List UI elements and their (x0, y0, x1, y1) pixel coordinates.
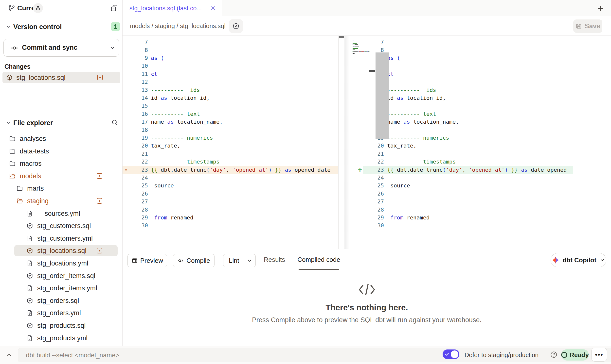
code-line-24[interactable]: 24 (344, 174, 611, 182)
file-explorer-item-analyses[interactable]: analyses (0, 132, 122, 145)
code-line-22[interactable]: 22---------- timestamps (123, 158, 338, 166)
code-line-21[interactable]: 21 (344, 150, 611, 158)
code-line-15[interactable]: 15 (123, 102, 338, 110)
ready-badge: Ready (561, 349, 589, 361)
code-line-30[interactable]: 30 (344, 221, 611, 230)
close-icon[interactable] (210, 5, 216, 11)
code-line-14[interactable]: 14id as location_id, (123, 94, 338, 102)
empty-title: There's nothing here. (123, 303, 611, 312)
code-text: ---------- numerics (151, 134, 213, 142)
file-explorer-title[interactable]: File explorer (13, 119, 53, 127)
file-explorer-item-marts[interactable]: marts (0, 182, 122, 195)
file-explorer-item-stg_orders.yml[interactable]: stg_orders.yml (0, 307, 122, 319)
save-button[interactable]: Save (573, 19, 602, 33)
file-explorer-item-stg_order_items.sql[interactable]: stg_order_items.sql (0, 270, 122, 282)
editor-minimap[interactable] (352, 37, 370, 67)
branch-row: Current (0, 0, 122, 16)
preview-button[interactable]: Preview (127, 254, 167, 267)
tab-bar: stg_locations.sql (last co... (123, 0, 611, 16)
code-line-10[interactable]: 10 (123, 62, 338, 70)
code-line-29[interactable]: 29 from renamed (123, 214, 338, 222)
code-line-20[interactable]: 20tax_rate, (344, 142, 611, 150)
minimap-line (353, 43, 357, 44)
file-explorer-item-macros[interactable]: macros (0, 157, 122, 170)
code-line-26[interactable]: 26 (344, 190, 611, 198)
file-explorer-item-stg_customers.sql[interactable]: stg_customers.sql (0, 220, 122, 232)
code-line-19[interactable]: 19---------- numerics (123, 134, 338, 142)
search-icon[interactable] (111, 119, 118, 126)
code-line-12[interactable]: 12 (123, 78, 338, 86)
lineage-button[interactable] (229, 19, 243, 33)
help-icon[interactable] (550, 351, 558, 359)
code-line-23[interactable]: -23{{ dbt.date_trunc('day', 'opened_at')… (123, 166, 338, 174)
diff-left-pane[interactable]: 6789as (1011ct1213---------- ids14id as … (123, 36, 338, 249)
tab-stg-locations[interactable]: stg_locations.sql (last co... (123, 0, 222, 17)
file-explorer-item-stg_locations.sql[interactable]: stg_locations.sql (0, 245, 122, 257)
code-line-22[interactable]: 22---------- timestamps (344, 158, 611, 166)
code-line-26[interactable]: 26 (123, 190, 338, 198)
chevron-up-icon[interactable] (5, 351, 13, 359)
code-line-20[interactable]: 20tax_rate, (123, 142, 338, 150)
more-options-button[interactable]: ••• (591, 348, 607, 362)
code-line-24[interactable]: 24 (123, 174, 338, 182)
tab-results[interactable]: Results (264, 249, 285, 270)
code-line-9[interactable]: 9as ( (123, 54, 338, 62)
code-line-21[interactable]: 21 (123, 150, 338, 158)
chevron-down-icon[interactable] (5, 120, 11, 126)
code-line-8[interactable]: 8 (123, 46, 338, 54)
left-scrollbar-thumb[interactable] (339, 36, 344, 38)
code-line-7[interactable]: 7 (123, 38, 338, 46)
new-tab-button[interactable] (596, 4, 605, 13)
file-label: stg_customers.sql (37, 220, 91, 232)
lint-button[interactable]: Lint (223, 254, 256, 267)
compile-button[interactable]: Compile (173, 254, 215, 267)
commit-sync-button[interactable]: Commit and sync (3, 39, 119, 57)
code-line-25[interactable]: 25 source (123, 182, 338, 190)
code-line-28[interactable]: 28 (123, 206, 338, 214)
file-explorer-list: analysesdata-testsmacrosmodelsmartsstagi… (0, 132, 122, 346)
editor-scrollbar-thumb[interactable] (376, 52, 389, 139)
code-line-30[interactable]: 30 (123, 221, 338, 230)
diff-editor[interactable]: 6789as (1011ct1213---------- ids14id as … (123, 36, 611, 249)
code-line-27[interactable]: 27 (344, 198, 611, 206)
code-line-29[interactable]: 29 from renamed (344, 214, 611, 222)
code-line-11[interactable]: 11ct (123, 70, 338, 78)
code-line-13[interactable]: 13---------- ids (123, 86, 338, 94)
line-number: 29 (344, 214, 384, 222)
lint-dropdown-toggle[interactable] (244, 254, 255, 267)
file-explorer-item-__sources.yml[interactable]: __sources.yml (0, 207, 122, 220)
defer-toggle[interactable] (443, 349, 459, 359)
file-explorer-item-stg_order_items.yml[interactable]: stg_order_items.yml (0, 282, 122, 294)
code-text: as ( (151, 54, 164, 62)
file-explorer-item-stg_locations.yml[interactable]: stg_locations.yml (0, 257, 122, 269)
file-explorer-item-stg_customers.yml[interactable]: stg_customers.yml (0, 232, 122, 245)
empty-subtitle: Press Compile above to preview the SQL d… (123, 316, 611, 324)
file-label: stg_locations.yml (37, 257, 88, 269)
code-line-16[interactable]: 16---------- text (123, 110, 338, 118)
chevron-down-icon[interactable] (109, 45, 116, 51)
tab-compiled-code[interactable]: Compiled code (297, 249, 340, 270)
doc-icon (26, 260, 33, 267)
code-line-7[interactable]: 7 (344, 38, 611, 46)
code-line-28[interactable]: 28 (344, 206, 611, 214)
file-explorer-item-models[interactable]: models (0, 170, 122, 182)
code-text: ---------- text (387, 110, 436, 118)
file-explorer-item-stg_products.sql[interactable]: stg_products.sql (0, 319, 122, 332)
file-explorer-item-data-tests[interactable]: data-tests (0, 145, 122, 157)
file-explorer-item-stg_orders.sql[interactable]: stg_orders.sql (0, 295, 122, 307)
code-line-18[interactable]: 18 (123, 126, 338, 134)
lint-label[interactable]: Lint (224, 257, 242, 265)
code-text: {{ dbt.date_trunc('day', 'opened_at') }}… (387, 166, 567, 174)
file-explorer-item-staging[interactable]: staging (0, 195, 122, 207)
copy-icon[interactable] (110, 4, 118, 12)
changed-file-row[interactable]: stg_locations.sql (2, 72, 120, 83)
code-line-27[interactable]: 27 (123, 198, 338, 206)
version-control-title[interactable]: Version control (13, 23, 62, 31)
copilot-button[interactable]: dbt Copilot (551, 253, 606, 267)
code-line-23[interactable]: +23{{ dbt.date_trunc('day', 'opened_at')… (344, 166, 611, 174)
chevron-down-icon[interactable] (5, 24, 11, 30)
code-line-25[interactable]: 25 source (344, 182, 611, 190)
file-explorer-item-stg_products.yml[interactable]: stg_products.yml (0, 332, 122, 344)
code-line-17[interactable]: 17name as location_name, (123, 118, 338, 126)
command-input[interactable] (26, 348, 248, 362)
